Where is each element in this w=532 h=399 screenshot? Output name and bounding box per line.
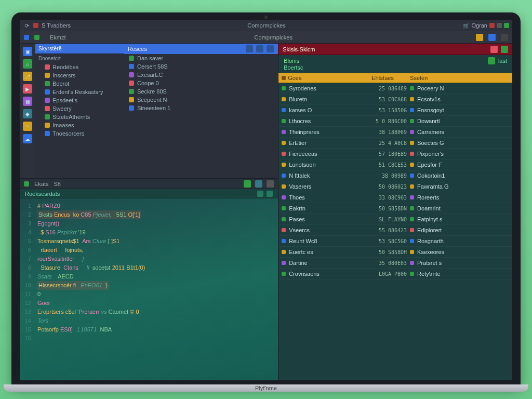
tabstrip-warn-icon[interactable] [476,34,483,41]
code-line[interactable]: Tors [37,316,275,325]
tab-center[interactable]: Comprmpickes [249,33,298,42]
activity-files-icon[interactable]: ▣ [23,47,32,56]
module-item[interactable]: Dan saver [124,54,278,62]
property-row[interactable]: Euertc es50 S858DHKsexeores [278,247,512,258]
tree-header[interactable]: Skyrstërë [35,44,124,54]
modules-more-icon[interactable] [267,45,274,52]
activity-debug-icon[interactable]: ▶ [23,84,32,94]
tree-item[interactable]: Sweery [35,104,124,113]
property-row[interactable]: Dartine35 080E03Pratsret s [278,258,512,269]
code-line[interactable]: Potsorfp ES0] L185T1 NBA [37,325,275,334]
row-dot-icon [282,228,286,232]
code-line[interactable]: 0 [37,290,275,299]
file-icon [45,64,50,70]
module-icon [129,97,134,102]
code-area[interactable]: 12345678910111213141516 # PARZ0Sksts Enc… [20,198,278,380]
code-line[interactable]: Stasure Ctans Il socetst 2011 B1t1(0) [37,263,275,272]
code-line[interactable]: rourSvasitntler ] [37,255,275,263]
activity-ext-icon[interactable]: ▦ [23,97,32,106]
module-item[interactable]: Sineesteen 1 [124,104,278,112]
modules-pane: Resces Dan saverCersert 58SExesarECCoope… [124,44,278,178]
property-row[interactable]: PasesSL FLAYNOEatpinyt s [278,214,512,225]
tabstrip-menu-icon[interactable] [501,34,508,41]
tree-item[interactable]: StzeteAthernts [35,113,124,121]
code-line[interactable]: $ S16 Pspirkrt '19 [37,228,275,237]
editor-more-icon[interactable] [267,180,274,188]
tree-item[interactable]: Erdent's Reskastsry [35,88,124,96]
editor-tab-a[interactable]: Ekats [34,181,49,187]
prop-pin-icon[interactable] [490,46,498,53]
tab-left[interactable]: Ekmzt [45,33,71,42]
activity-term-icon[interactable]: ＞ [23,122,32,131]
activity-git-icon[interactable]: ⎇ [23,72,32,81]
maximize-icon[interactable] [497,23,502,28]
property-row[interactable]: ErEtier25 4 A0C8Soectes G [278,138,512,149]
colhdr-name[interactable]: Goes [282,75,371,81]
properties-title: Skisis-Skicm [283,46,315,52]
code-line[interactable]: Egognt() [37,219,275,228]
property-row[interactable]: Eakrtn50 S858DNDoamrint [278,203,512,214]
activity-cloud-icon[interactable]: ☁ [23,134,32,143]
tree-item[interactable]: Imaases [35,121,124,129]
module-item[interactable]: Cersert 58S [124,62,278,71]
property-row[interactable]: Vaserers50 086023Fawramta G [278,181,512,192]
file-icon [45,73,50,78]
activity-db-icon[interactable]: ◆ [23,109,32,118]
tree-item[interactable]: Tnoesorcers [35,129,124,138]
file-tree: Skyrstërë Dnosetcrt ReodëbesInscersrsBoe… [35,44,124,178]
property-row[interactable]: Syrodenes25 086489Poceery N [278,83,512,94]
file-icon [45,98,50,103]
tree-item[interactable]: Boerot [35,79,124,88]
row-dot-icon [282,119,286,123]
module-item[interactable]: ExesarEC [124,71,278,79]
editor-expand-icon[interactable] [267,191,273,197]
code-line[interactable]: Ssats AECD [37,272,275,281]
colhdr-value[interactable]: Ehtstaes [371,75,410,81]
minimize-icon[interactable] [504,23,509,28]
code-line[interactable]: Hissecrsncér fl EnEO01 } [37,281,275,290]
file-icon [45,106,50,111]
row-dot-icon [282,141,286,145]
module-item[interactable]: Coope 0 [124,79,278,87]
code-line[interactable]: Eroprtsers c$ul 'Preraerr vs Caomef © 0 [37,308,275,316]
property-row[interactable]: N fttalek38 00989Cokortoin1 [278,170,512,181]
tree-item[interactable]: Epsdeet's [35,96,124,104]
property-row[interactable]: Lunotsoon51 C8CE53Epesfor F [278,159,512,170]
tabstrip-info-icon[interactable] [488,34,496,41]
modules-collapse-icon[interactable] [256,45,263,52]
code-line[interactable]: Sksts Encus ko C85 Pjeuiel, 5S1 O['1] [37,210,275,219]
tag-dot-icon [410,152,414,156]
refresh-icon[interactable]: ⟳ [24,22,30,29]
colhdr-tag[interactable]: Sseten [410,75,500,81]
property-row[interactable]: karses O53 15850GEnsnsgoyt [278,105,512,116]
tree-item[interactable]: Inscersrs [35,71,124,79]
code-line[interactable]: Goer [37,299,275,308]
property-row[interactable]: Thoes33 08C903Roreerts [278,192,512,203]
tree-item[interactable]: Reodëbes [35,63,124,71]
property-row[interactable]: Reunt Wc853 S8C5G0Rosgnarth [278,236,512,247]
prop-close-icon[interactable] [501,46,508,53]
property-row[interactable]: Lthocres5 0 R86C00Dowanrtl [278,116,512,127]
property-row[interactable]: Ficreeeeas57 180E89Pixponer's [278,149,512,159]
code-line[interactable]: # PARZ0 [37,202,275,210]
editor-tab-b[interactable]: S8 [54,181,61,187]
property-row[interactable]: Bluretn53 C0CA68Ecsotv1s [278,94,512,105]
tree-section-label[interactable]: Dnosetcrt [35,54,124,63]
close-icon[interactable] [489,23,495,28]
editor-split-icon[interactable] [255,180,262,188]
property-row[interactable]: Theinprares38 188069Carramers [278,127,512,138]
module-item[interactable]: Scepeent N [124,96,278,104]
cart-icon[interactable]: 🛒 [463,22,469,29]
row-dot-icon [282,206,286,210]
editor-run-icon[interactable] [244,180,251,188]
editor-minus-icon[interactable] [257,191,263,197]
code-line[interactable]: Tosmarsqnets$1 Ars Cture [ ]S1 [37,237,275,246]
modules-refresh-icon[interactable] [246,45,253,52]
property-row[interactable]: Vseercs55 086423Ediplorert [278,225,512,236]
property-row[interactable]: CrovnsaensL0GA P800Rety\rnte [278,269,512,280]
code-line[interactable]: rtaeert fojnuts, [37,246,275,255]
module-item[interactable]: Seckre 80S [124,87,278,96]
titlebar-left-label: S Tvadbers [42,22,71,29]
tabstrip-app-icon[interactable] [24,35,29,40]
activity-search-icon[interactable]: ⌕ [23,59,32,69]
